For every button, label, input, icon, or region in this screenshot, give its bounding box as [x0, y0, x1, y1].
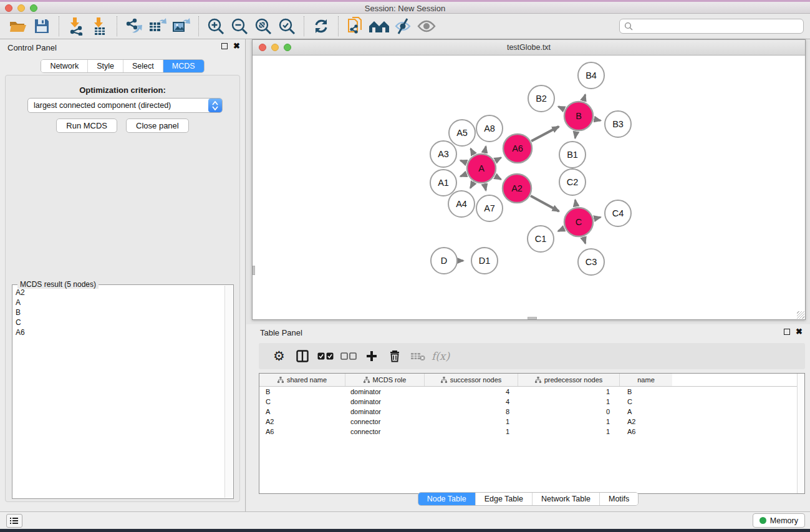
graph-edge-A-A3[interactable] — [460, 160, 466, 163]
table-tab-motifs[interactable]: Motifs — [599, 493, 638, 505]
memory-button[interactable]: Memory — [753, 513, 805, 528]
import-network-icon[interactable] — [64, 16, 88, 37]
graph-node-A1[interactable]: A1 — [430, 170, 456, 196]
show-all-networks-icon[interactable] — [367, 16, 391, 37]
graph-node-B3[interactable]: B3 — [605, 111, 631, 137]
resize-grip[interactable] — [797, 311, 804, 319]
select-all-icon[interactable] — [314, 346, 337, 367]
column-header-name[interactable]: name — [620, 374, 672, 386]
graph-edge-A6-B[interactable] — [531, 127, 559, 141]
graph-edge-B-B2[interactable] — [558, 107, 564, 110]
table-row[interactable]: Cdominator41C — [259, 397, 804, 407]
graph-node-A4[interactable]: A4 — [448, 191, 475, 217]
eye-icon[interactable] — [415, 16, 438, 37]
graph-edge-B-B3[interactable] — [594, 119, 600, 120]
table-tab-edge-table[interactable]: Edge Table — [475, 493, 532, 505]
graph-node-A6[interactable]: A6 — [503, 134, 532, 163]
table-float-panel-icon[interactable] — [784, 329, 790, 335]
graph-node-C[interactable]: C — [564, 208, 593, 236]
mcds-result-item[interactable]: A — [13, 297, 224, 307]
graph-edge-A-A2[interactable] — [495, 176, 501, 179]
graph-edge-C-C3[interactable] — [583, 237, 585, 243]
run-mcds-button[interactable]: Run MCDS — [56, 118, 117, 133]
float-panel-icon[interactable] — [221, 43, 228, 49]
import-table-icon[interactable] — [88, 16, 112, 37]
delete-table-icon[interactable] — [406, 346, 429, 367]
graph-edge-A-A7[interactable] — [485, 183, 486, 190]
graph-node-C4[interactable]: C4 — [605, 200, 631, 226]
column-header-predecessor-nodes[interactable]: predecessor nodes — [518, 374, 620, 386]
graph-edge-C-C2[interactable] — [575, 200, 576, 206]
search-field[interactable] — [619, 19, 804, 34]
graph-node-A7[interactable]: A7 — [476, 195, 503, 221]
graph-edge-A-A5[interactable] — [471, 148, 474, 155]
table-row[interactable]: Adominator80A — [259, 407, 804, 417]
new-network-from-file-icon[interactable] — [344, 16, 367, 37]
export-table-icon[interactable] — [146, 16, 170, 37]
mcds-result-item[interactable]: B — [13, 307, 224, 317]
graph-edge-C-C4[interactable] — [594, 217, 600, 218]
table-row[interactable]: Bdominator41B — [259, 387, 804, 397]
column-header-MCDS-role[interactable]: MCDS role — [345, 374, 425, 386]
graph-node-C1[interactable]: C1 — [528, 226, 554, 252]
graph-node-A3[interactable]: A3 — [430, 141, 456, 167]
network-canvas[interactable]: AA1A2A3A4A5A6A7A8BB1B2B3B4CC1C2C3C4DD1 — [253, 56, 805, 319]
table-tab-network-table[interactable]: Network Table — [532, 493, 599, 505]
graph-edge-A-A6[interactable] — [495, 158, 501, 161]
table-row[interactable]: A2connector11A2 — [259, 417, 804, 427]
add-row-icon[interactable] — [360, 346, 383, 367]
open-file-icon[interactable] — [6, 16, 30, 37]
tab-select[interactable]: Select — [123, 60, 163, 72]
graph-edge-A-A1[interactable] — [460, 174, 466, 177]
mcds-result-item[interactable]: A6 — [13, 327, 224, 337]
zoom-out-icon[interactable] — [228, 16, 251, 37]
delete-row-icon[interactable] — [383, 346, 406, 367]
table-scrollbar[interactable] — [797, 374, 804, 493]
function-builder-icon[interactable]: f(x) — [429, 346, 452, 367]
zoom-fit-icon[interactable] — [251, 16, 275, 37]
graph-edge-C-C1[interactable] — [558, 228, 564, 231]
tab-style[interactable]: Style — [87, 60, 123, 72]
close-panel-icon[interactable]: ✖ — [233, 43, 240, 49]
tab-mcds[interactable]: MCDS — [163, 60, 204, 72]
graph-edge-A-A4[interactable] — [470, 182, 473, 188]
graph-node-B1[interactable]: B1 — [559, 142, 586, 168]
graph-node-B4[interactable]: B4 — [578, 62, 604, 89]
graph-node-A5[interactable]: A5 — [449, 120, 475, 146]
zoom-selected-icon[interactable] — [275, 16, 299, 37]
search-input[interactable] — [633, 22, 799, 31]
mcds-result-item[interactable]: C — [13, 317, 224, 327]
column-header-shared-name[interactable]: shared name — [259, 374, 345, 386]
vertical-scroll-thumb[interactable] — [253, 266, 255, 275]
export-network-icon[interactable] — [122, 16, 146, 37]
table-close-panel-icon[interactable]: ✖ — [796, 329, 803, 335]
close-panel-button[interactable]: Close panel — [126, 118, 189, 133]
table-row[interactable]: A6connector11A6 — [259, 427, 804, 437]
graph-edge-A2-C[interactable] — [531, 196, 559, 211]
graph-node-D[interactable]: D — [431, 248, 457, 274]
graph-node-A[interactable]: A — [467, 154, 496, 183]
result-scrollbar[interactable] — [224, 286, 233, 498]
hide-graphics-details-icon[interactable] — [391, 16, 415, 37]
graph-node-A2[interactable]: A2 — [503, 174, 531, 203]
zoom-in-icon[interactable] — [204, 16, 228, 37]
mcds-result-item[interactable]: A2 — [13, 288, 224, 297]
deselect-all-icon[interactable] — [337, 346, 360, 367]
horizontal-scroll-thumb[interactable] — [528, 317, 537, 319]
export-image-icon[interactable] — [170, 16, 193, 37]
graph-edge-B-B4[interactable] — [583, 95, 585, 102]
table-tab-node-table[interactable]: Node Table — [418, 493, 475, 505]
graph-node-A8[interactable]: A8 — [476, 115, 503, 142]
graph-node-C2[interactable]: C2 — [559, 169, 586, 195]
gear-icon[interactable]: ⚙ — [268, 346, 291, 367]
graph-node-C3[interactable]: C3 — [578, 249, 604, 275]
optimization-criterion-dropdown[interactable]: largest connected component (directed) — [27, 98, 223, 113]
task-history-button[interactable] — [6, 514, 22, 528]
refresh-icon[interactable] — [309, 16, 333, 37]
graph-node-B2[interactable]: B2 — [528, 85, 554, 112]
column-header-successor-nodes[interactable]: successor nodes — [425, 374, 518, 386]
graph-node-D1[interactable]: D1 — [471, 248, 498, 274]
graph-node-B[interactable]: B — [564, 102, 593, 130]
columns-icon[interactable] — [291, 346, 314, 367]
graph-edge-B-B1[interactable] — [575, 132, 576, 138]
